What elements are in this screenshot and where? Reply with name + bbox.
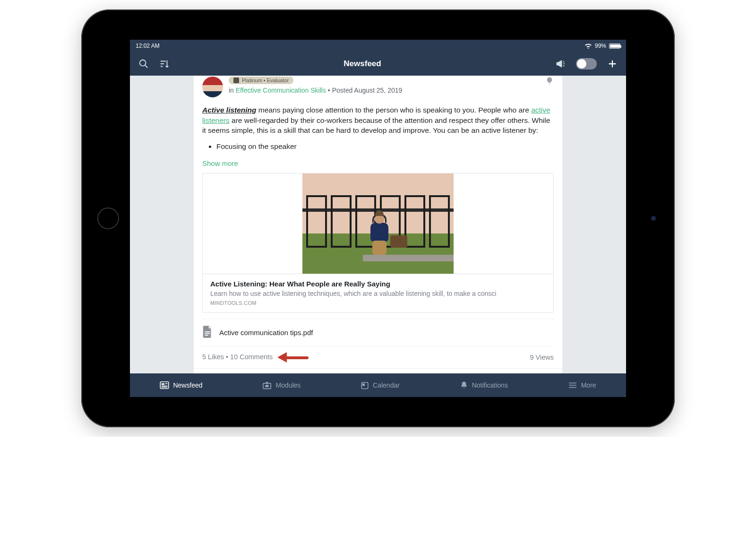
tab-modules[interactable]: Modules [262, 381, 301, 389]
svg-rect-5 [205, 333, 210, 334]
link-preview-image [203, 173, 553, 274]
tab-more[interactable]: More [568, 381, 596, 389]
screen: 12:02 AM 99% [130, 40, 626, 397]
front-camera [651, 216, 656, 221]
tablet-bezel: 12:02 AM 99% [91, 19, 665, 418]
course-link[interactable]: Effective Communication Skills [236, 86, 326, 94]
bell-icon [460, 381, 468, 389]
svg-rect-12 [162, 386, 168, 387]
menu-icon [568, 382, 577, 389]
post-card: Platinum • Evaluator in Effective Commun… [194, 76, 562, 373]
app-header: Newsfeed [130, 52, 626, 76]
comments-count[interactable]: 10 Comments [230, 353, 273, 361]
add-icon[interactable] [607, 59, 618, 69]
bullet-item: Focusing on the speaker [216, 139, 554, 154]
svg-rect-6 [205, 335, 208, 336]
content-area: Platinum • Evaluator in Effective Commun… [130, 76, 626, 373]
svg-rect-14 [165, 383, 168, 384]
search-icon[interactable] [138, 59, 149, 69]
sort-icon[interactable] [159, 59, 170, 69]
post-actions: Like Comment [194, 368, 562, 373]
post-text-2: are well-regarded by their co-workers be… [202, 116, 550, 135]
comment-button[interactable]: Comment [378, 369, 562, 373]
svg-line-1 [145, 65, 148, 68]
posted-text: • Posted August 25, 2019 [326, 86, 402, 94]
post-header: Platinum • Evaluator in Effective Commun… [194, 76, 562, 97]
tab-bar: Newsfeed Modules Calendar [130, 373, 626, 397]
post-bullets: Focusing on the speaker [202, 136, 554, 154]
badge-icon [233, 78, 239, 83]
tab-calendar[interactable]: Calendar [361, 381, 400, 389]
battery-percent: 99% [595, 43, 606, 49]
tab-newsfeed[interactable]: Newsfeed [160, 381, 202, 389]
calendar-icon [361, 381, 369, 389]
svg-rect-10 [161, 382, 169, 389]
wifi-icon [584, 43, 592, 49]
avatar[interactable] [202, 77, 223, 97]
in-prefix: in [229, 86, 236, 94]
post-text-1: means paying close attention to the pers… [257, 106, 532, 114]
attachment-name: Active communication tips.pdf [219, 329, 313, 337]
file-icon [202, 326, 213, 339]
stats-left: 5 Likes • 10 Comments [202, 353, 309, 362]
lightbulb-icon[interactable] [545, 77, 554, 87]
page-title: Newsfeed [344, 59, 381, 69]
battery-icon [609, 43, 620, 49]
home-button[interactable] [97, 207, 119, 229]
link-preview-title: Active Listening: Hear What People are R… [210, 280, 546, 288]
link-preview-description: Learn how to use active listening techni… [210, 290, 546, 297]
link-preview-domain: MINDTOOLS.COM [210, 300, 546, 306]
svg-point-16 [266, 382, 268, 384]
modules-icon [262, 381, 272, 389]
tab-notifications-label: Notifications [472, 381, 508, 389]
post-meta-line: in Effective Communication Skills • Post… [229, 86, 540, 94]
svg-point-0 [140, 60, 146, 66]
link-preview-card[interactable]: Active Listening: Hear What People are R… [202, 173, 554, 313]
annotation-arrow [279, 353, 309, 362]
tab-more-label: More [581, 381, 596, 389]
user-badge: Platinum • Evaluator [229, 77, 293, 84]
like-button[interactable]: Like [194, 369, 378, 373]
tab-notifications[interactable]: Notifications [460, 381, 508, 389]
svg-rect-4 [205, 331, 210, 332]
show-more-button[interactable]: Show more [194, 156, 562, 173]
tab-modules-label: Modules [275, 381, 301, 389]
status-right: 99% [584, 43, 620, 49]
views-count: 9 Views [530, 354, 554, 361]
newsfeed-icon [160, 381, 169, 389]
post-stats: 5 Likes • 10 Comments 9 Views [202, 346, 554, 368]
stats-sep: • [224, 353, 230, 361]
likes-count[interactable]: 5 Likes [202, 353, 224, 361]
svg-rect-11 [162, 383, 164, 385]
badge-label: Platinum • Evaluator [242, 78, 289, 83]
status-bar: 12:02 AM 99% [130, 40, 626, 52]
svg-rect-13 [162, 387, 168, 388]
clock: 12:02 AM [136, 43, 160, 49]
announcements-toggle[interactable] [576, 58, 597, 69]
tab-newsfeed-label: Newsfeed [173, 381, 202, 389]
post-term: Active listening [202, 106, 257, 114]
svg-rect-17 [265, 385, 269, 387]
post-body: Active listening means paying close atte… [194, 97, 562, 156]
svg-rect-19 [363, 384, 365, 386]
tablet-frame: 12:02 AM 99% [81, 9, 675, 427]
tab-calendar-label: Calendar [373, 381, 400, 389]
attachment-row[interactable]: Active communication tips.pdf [202, 319, 554, 346]
megaphone-icon[interactable] [555, 59, 566, 69]
